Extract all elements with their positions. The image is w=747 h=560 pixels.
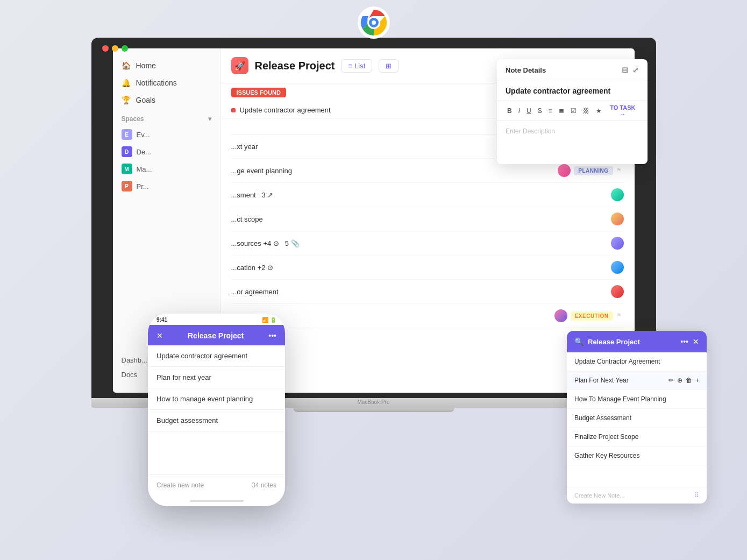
space-dot-m: M: [122, 164, 132, 174]
phone-create-note-placeholder[interactable]: Create new note: [156, 481, 204, 489]
note-description[interactable]: Enter Description: [497, 121, 648, 164]
notes-close-button[interactable]: ✕: [693, 337, 699, 346]
row-meta: [611, 285, 624, 298]
to-task-button[interactable]: TO TASK →: [607, 104, 639, 117]
table-row[interactable]: ...or agreement: [231, 280, 624, 304]
stage-badge-execution: EXECUTION: [571, 311, 613, 321]
italic-button[interactable]: I: [517, 106, 522, 116]
note-details-panel: Note Details ⊟ ⤢ Update contractor agree…: [497, 59, 648, 164]
sidebar-item-notifications[interactable]: 🔔 Notifications: [113, 74, 220, 91]
phone-notes-count: 34 notes: [252, 481, 276, 489]
underline-button[interactable]: U: [525, 106, 533, 116]
avatar: [611, 261, 624, 274]
space-label-e: Ev...: [137, 131, 150, 139]
apps-icon[interactable]: ⠿: [694, 492, 699, 499]
notes-more-button[interactable]: •••: [680, 337, 688, 346]
note-title[interactable]: Update contractor agreement: [497, 81, 648, 101]
notes-footer: Create New Note... ⠿: [567, 487, 707, 504]
table-row[interactable]: ...cation +2 ⊙: [231, 256, 624, 280]
notes-list-item-3[interactable]: How To Manage Event Planning: [567, 390, 707, 409]
edit-icon[interactable]: ✏: [668, 377, 674, 384]
sidebar-item-home[interactable]: 🏠 Home: [113, 57, 220, 74]
phone-note-item-3[interactable]: How to manage event planning: [148, 388, 285, 410]
macbook-stand: [293, 408, 454, 412]
table-row[interactable]: ...sources +4 ⊙ 5 📎: [231, 231, 624, 256]
space-item-p[interactable]: P Pr...: [113, 178, 220, 195]
trophy-icon: 🏆: [122, 96, 131, 104]
phone-note-item-1[interactable]: Update contractor agreement: [148, 345, 285, 367]
phone-close-button[interactable]: ✕: [156, 331, 163, 340]
traffic-lights: [102, 45, 128, 52]
spaces-section: Spaces ▾: [113, 109, 220, 126]
maximize-button[interactable]: [122, 45, 128, 52]
issue-dot: [231, 108, 236, 112]
bold-button[interactable]: B: [506, 106, 514, 116]
phone-time: 9:41: [156, 317, 167, 323]
phone-status-bar: 9:41 📶 🔋: [148, 314, 285, 325]
row-text: ...ge event planning: [231, 167, 554, 175]
table-row[interactable]: ...ct scope: [231, 207, 624, 231]
close-button[interactable]: [102, 45, 109, 52]
notes-item-actions: ✏ ⊕ 🗑 +: [668, 377, 699, 384]
table-row[interactable]: ...any website EXECUTION ⚑: [231, 304, 624, 328]
star-button[interactable]: ★: [594, 106, 603, 116]
phone-note-item-2[interactable]: Plan for next year: [148, 367, 285, 388]
notes-list-title: Release Project: [588, 338, 676, 346]
space-item-e[interactable]: E Ev...: [113, 126, 220, 143]
row-meta: EXECUTION ⚑: [554, 309, 624, 322]
note-panel-title-label: Note Details: [506, 66, 546, 74]
space-dot-e: E: [122, 129, 132, 140]
phone-footer: Create new note 34 notes: [148, 474, 285, 495]
minimize-button[interactable]: [112, 45, 118, 52]
board-icon: ⊞: [386, 62, 392, 70]
row-meta: PLANNING ⚑: [558, 164, 623, 177]
notes-list-panel: 🔍 Release Project ••• ✕ Update Contracto…: [567, 331, 707, 504]
project-icon: 🚀: [231, 57, 248, 74]
sidebar-item-goals[interactable]: 🏆 Goals: [113, 91, 220, 109]
notes-list-item-6[interactable]: Gather Key Resources: [567, 446, 707, 465]
home-icon: 🏠: [122, 61, 131, 70]
to-task-label: TO TASK →: [607, 104, 639, 117]
phone-home-indicator: [190, 500, 244, 502]
add-icon[interactable]: +: [695, 377, 699, 384]
bell-icon: 🔔: [122, 79, 131, 87]
phone-note-item-4[interactable]: Budget assessment: [148, 410, 285, 431]
note-toolbar: B I U S ≡ ≣ ☑ ⛓ ★ TO TASK →: [497, 101, 648, 121]
table-row[interactable]: ...sment 3 ↗: [231, 183, 624, 207]
notes-search-icon[interactable]: 🔍: [574, 337, 584, 346]
row-text: ...sources +4 ⊙ 5 📎: [231, 239, 607, 247]
issue-text: Update contractor agreement: [240, 106, 331, 114]
phone-more-button[interactable]: •••: [268, 331, 276, 340]
row-text: ...ct scope: [231, 215, 607, 223]
avatar: [558, 164, 571, 177]
list-icon: ≡: [348, 62, 352, 70]
tab-list[interactable]: ≡ List: [341, 59, 372, 73]
chevron-down-icon[interactable]: ▾: [208, 115, 211, 123]
checkbox-button[interactable]: ☑: [569, 106, 578, 116]
notes-list-item-5[interactable]: Finalize Project Scope: [567, 428, 707, 446]
row-meta: [611, 261, 624, 274]
notes-list-item-1[interactable]: Update Contractor Agreement: [567, 352, 707, 371]
space-item-d[interactable]: D De...: [113, 143, 220, 160]
stage-badge-planning: PLANNING: [574, 166, 613, 175]
strikethrough-button[interactable]: S: [536, 106, 544, 116]
avatar: [554, 309, 567, 322]
list-ol-button[interactable]: ≣: [557, 106, 566, 116]
avatar: [611, 188, 624, 201]
list-ul-button[interactable]: ≡: [547, 106, 554, 116]
tab-board[interactable]: ⊞: [379, 59, 399, 73]
minimize-icon[interactable]: ⊟: [622, 66, 628, 74]
space-dot-d: D: [122, 146, 132, 157]
copy-icon[interactable]: ⊕: [677, 377, 682, 384]
expand-icon[interactable]: ⤢: [632, 66, 639, 74]
notes-list-item-4[interactable]: Budget Assessment: [567, 409, 707, 428]
link-button[interactable]: ⛓: [581, 106, 591, 116]
sidebar-notifications-label: Notifications: [136, 79, 177, 87]
notes-list-item-2[interactable]: Plan For Next Year ✏ ⊕ 🗑 +: [567, 371, 707, 390]
notes-create-placeholder[interactable]: Create New Note...: [574, 492, 625, 499]
phone-top-bar: ✕ Release Project •••: [148, 325, 285, 345]
chrome-icon: [357, 5, 391, 40]
space-item-m[interactable]: M Ma...: [113, 160, 220, 178]
delete-icon[interactable]: 🗑: [686, 377, 692, 384]
flag-icon: ⚑: [616, 312, 624, 320]
